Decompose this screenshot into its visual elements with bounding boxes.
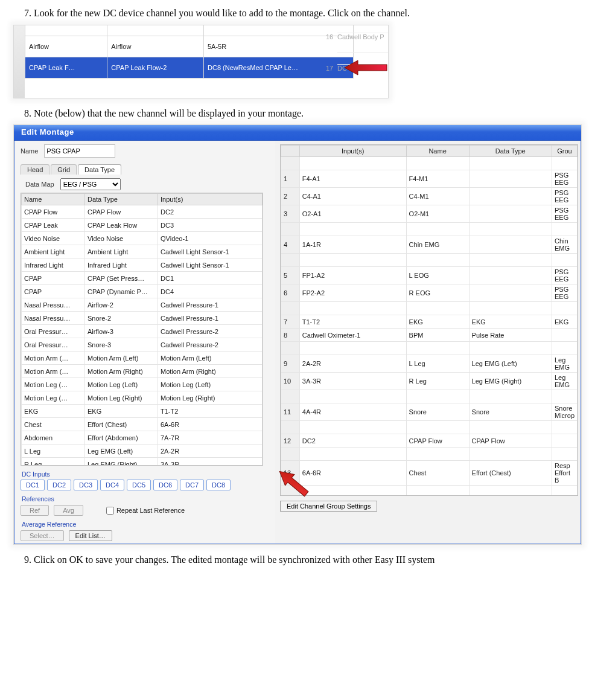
dc-button-dc2[interactable]: DC2 [47, 480, 71, 490]
table-row[interactable] [281, 254, 578, 267]
rt-header-group[interactable]: Grou [552, 146, 578, 157]
table-row[interactable] [281, 448, 578, 461]
table-row[interactable]: Infrared LightInfrared LightCadwell Ligh… [22, 258, 263, 272]
table-row[interactable]: 7T1-T2EKGEKGEKG [281, 315, 578, 329]
dc-button-dc1[interactable]: DC1 [21, 480, 45, 490]
table-row[interactable]: 2C4-A1C4-M1PSG EEG [281, 188, 578, 205]
repeat-last-reference-label: Repeat Last Reference [116, 507, 185, 514]
avg-ref-title: Average Reference [22, 521, 272, 528]
table-row[interactable]: Motion Leg (…Motion Leg (Right)Motion Le… [22, 391, 263, 405]
edit-list-button[interactable]: Edit List… [69, 530, 112, 541]
table-row[interactable]: Motion Arm (…Motion Arm (Right)Motion Ar… [22, 365, 263, 378]
dc-button-dc6[interactable]: DC6 [153, 480, 177, 490]
edit-channel-group-button[interactable]: Edit Channel Group Settings [280, 501, 377, 512]
dc-button-dc3[interactable]: DC3 [74, 480, 98, 490]
table-row[interactable]: AirflowAirflow5A-5R [25, 36, 354, 57]
table-row[interactable] [281, 342, 578, 355]
table-row[interactable]: ChestEffort (Chest)6A-6R [22, 418, 263, 431]
table-row[interactable]: 114A-4RSnoreSnoreSnore Microp [281, 403, 578, 421]
table-row[interactable]: R LegLeg EMG (Right)3A-3R [22, 458, 263, 466]
table-row[interactable]: 12DC2CPAP FlowCPAP Flow [281, 434, 578, 448]
select-button[interactable]: Select… [21, 530, 64, 541]
table-row[interactable] [281, 302, 578, 315]
table-row[interactable]: Motion Arm (…Motion Arm (Left)Motion Arm… [22, 352, 263, 365]
channel-list-screenshot: n AirflowAirflow5A-5RCPAP Leak F…CPAP Le… [13, 25, 389, 98]
table-row[interactable]: 92A-2RL LegLeg EMG (Left)Leg EMG [281, 355, 578, 373]
table-row[interactable]: 8Cadwell Oximeter-1BPMPulse Rate [281, 329, 578, 342]
left-pane: Name Head Grid Data Type Data Map EEG / … [14, 141, 275, 544]
tab-datatype[interactable]: Data Type [78, 164, 121, 175]
dc-button-dc8[interactable]: DC8 [206, 480, 231, 490]
dc-inputs-title: DC Inputs [22, 470, 272, 478]
data-map-select[interactable]: EEG / PSG [60, 178, 121, 190]
svg-marker-0 [345, 60, 387, 75]
left-gutter [14, 25, 25, 98]
mini-channel-table: AirflowAirflow5A-5RCPAP Leak F…CPAP Leak… [25, 25, 354, 79]
table-row[interactable]: 136A-6RChestEffort (Chest)Resp Effort B [281, 461, 578, 486]
table-row[interactable]: CPAP Leak F…CPAP Leak Flow-2DC8 (NewResM… [25, 57, 354, 78]
dc-button-dc4[interactable]: DC4 [100, 480, 124, 490]
table-row[interactable]: 3O2-A1O2-M1PSG EEG [281, 205, 578, 223]
tab-grid[interactable]: Grid [51, 164, 77, 175]
table-row[interactable]: CPAPCPAP (Dynamic P…DC4 [22, 285, 263, 298]
table-row[interactable]: 103A-3RR LegLeg EMG (Right)Leg EMG [281, 373, 578, 390]
step-7-text: Look for the new DC device channel you w… [34, 7, 576, 20]
table-row[interactable]: 41A-1RChin EMGChin EMG [281, 236, 578, 254]
repeat-last-reference-checkbox[interactable] [106, 507, 114, 515]
table-row[interactable]: AbdomenEffort (Abdomen)7A-7R [22, 431, 263, 445]
data-map-table[interactable]: Name Data Type Input(s) CPAP FlowCPAP Fl… [21, 193, 263, 466]
table-row[interactable]: 6FP2-A2R EOGPSG EEG [281, 284, 578, 302]
edit-montage-window: Edit Montage Name Head Grid Data Type Da… [13, 124, 582, 545]
table-row[interactable]: Motion Leg (…Motion Leg (Left)Motion Leg… [22, 378, 263, 391]
montage-table[interactable]: Input(s) Name Data Type Grou 1F4-A1F4-M1… [280, 144, 578, 496]
table-row[interactable] [281, 486, 578, 496]
list-item: 16Cadwell Body P [322, 29, 389, 45]
right-pane: Input(s) Name Data Type Grou 1F4-A1F4-M1… [275, 141, 581, 544]
rt-header-name[interactable]: Name [406, 146, 469, 157]
tab-head[interactable]: Head [21, 164, 49, 175]
table-row[interactable] [281, 157, 578, 170]
table-row[interactable]: 5FP1-A2L EOGPSG EEG [281, 267, 578, 284]
montage-name-input[interactable] [44, 144, 115, 158]
table-row[interactable]: L LegLeg EMG (Left)2A-2R [22, 445, 263, 458]
name-label: Name [21, 147, 38, 155]
dc-button-dc5[interactable]: DC5 [127, 480, 151, 490]
table-row[interactable]: Oral Pressur…Airflow-3Cadwell Pressure-2 [22, 325, 263, 338]
table-row[interactable]: Nasal Pressu…Snore-2Cadwell Pressure-1 [22, 312, 263, 325]
references-title: References [22, 495, 272, 503]
dm-header-name[interactable]: Name [22, 194, 85, 205]
dm-header-datatype[interactable]: Data Type [85, 194, 158, 205]
table-row[interactable]: Ambient LightAmbient LightCadwell Light … [22, 245, 263, 258]
table-row[interactable]: CPAP LeakCPAP Leak FlowDC3 [22, 219, 263, 232]
table-row[interactable] [281, 421, 578, 434]
table-row[interactable]: EKGEKGT1-T2 [22, 405, 263, 418]
rt-header-inputs[interactable]: Input(s) [299, 146, 406, 157]
table-row[interactable]: CPAP FlowCPAP FlowDC2 [22, 205, 263, 219]
table-row[interactable]: CPAPCPAP (Set Press…DC1 [22, 272, 263, 285]
table-row[interactable] [281, 223, 578, 236]
step-9-text: Click on OK to save your changes. The ed… [34, 553, 576, 567]
step-8-text: Note (below) that the new channel will b… [34, 107, 576, 120]
red-arrow-icon [345, 57, 389, 81]
ref-button[interactable]: Ref [21, 505, 49, 516]
table-row[interactable]: Video NoiseVideo NoiseQVideo-1 [22, 232, 263, 245]
data-map-label: Data Map [25, 181, 54, 188]
table-row[interactable] [25, 25, 354, 36]
table-row[interactable]: 1F4-A1F4-M1PSG EEG [281, 170, 578, 188]
table-row[interactable]: Nasal Pressu…Airflow-2Cadwell Pressure-1 [22, 298, 263, 312]
dm-header-inputs[interactable]: Input(s) [158, 194, 263, 205]
avg-button[interactable]: Avg [54, 505, 83, 516]
dc-button-dc7[interactable]: DC7 [180, 480, 204, 490]
rt-header-datatype[interactable]: Data Type [469, 146, 552, 157]
table-row[interactable] [281, 390, 578, 403]
window-title: Edit Montage [14, 125, 581, 141]
table-row[interactable]: Oral Pressur…Snore-3Cadwell Pressure-2 [22, 338, 263, 352]
